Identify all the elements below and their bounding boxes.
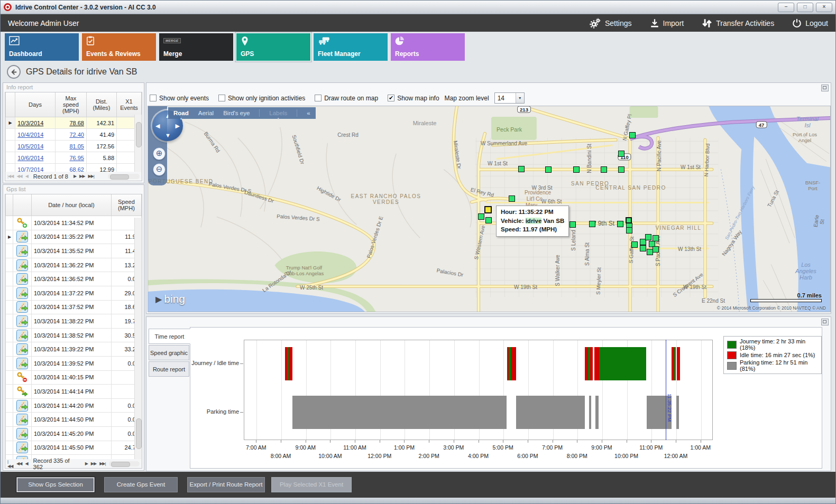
gps-column-header[interactable]: Speed(MPH)	[111, 194, 141, 216]
info-report-row[interactable]: 10/5/201481.05172.56	[6, 141, 142, 152]
info-report-row[interactable]: ▶10/3/201478.68142.31	[6, 117, 142, 129]
gps-marker[interactable]	[653, 246, 659, 253]
gps-marker[interactable]	[645, 234, 651, 240]
gps-marker[interactable]	[509, 195, 515, 202]
gps-list-row[interactable]: 10/3/2014 11:37:22 PM29.05	[6, 286, 142, 300]
show-gps-selection-button[interactable]: Show Gps Selection	[16, 477, 95, 492]
gps-list-row[interactable]: 10/3/2014 11:36:22 PM13.28	[6, 258, 142, 272]
gps-marker[interactable]	[601, 166, 607, 173]
gps-list-row[interactable]: 10/3/2014 11:35:52 PM11.47	[6, 244, 142, 258]
day-link[interactable]: 10/3/2014	[17, 120, 43, 126]
time-cursor-line[interactable]	[666, 340, 666, 440]
pager-prev-page-button[interactable]: ◀◀	[16, 461, 22, 466]
gps-marker[interactable]	[640, 245, 646, 251]
checkbox-show-only-events[interactable]: Show only events	[150, 95, 209, 102]
max-speed-link[interactable]: 78.68	[69, 120, 84, 126]
checkbox-show-map-info[interactable]: ✔Show map info	[388, 95, 439, 102]
gps-marker[interactable]	[485, 217, 492, 223]
map-mode-labels[interactable]: Labels▲	[269, 110, 287, 116]
gps-list-row[interactable]: 10/3/2014 11:38:52 PM30.55	[6, 328, 142, 342]
back-button[interactable]	[7, 65, 21, 79]
pager-next-page-button[interactable]: ▶▶	[91, 461, 96, 466]
day-link[interactable]: 10/5/2014	[17, 143, 43, 150]
max-speed-link[interactable]: 76.95	[69, 155, 84, 161]
pager-next-button[interactable]: ▶	[85, 461, 88, 466]
map-zoom-select[interactable]: 14 ▼	[494, 92, 525, 104]
map-mode-aerial[interactable]: Aerial	[198, 110, 214, 116]
pager-last-button[interactable]: ▶▶|	[88, 174, 94, 179]
pager-first-button[interactable]: |◀◀	[7, 459, 13, 469]
checkbox-show-only-ignition-activities[interactable]: Show only ignition activities	[218, 95, 305, 102]
map-bar-collapse-button[interactable]: «	[307, 110, 310, 116]
nav-tile-events-reviews[interactable]: Events & Reviews	[82, 33, 156, 61]
gps-marker[interactable]	[545, 166, 552, 173]
pager-horizontal-scrollbar[interactable]	[109, 461, 140, 466]
pager-prev-page-button[interactable]: ◀◀	[16, 174, 22, 179]
gps-list-row[interactable]: 10/3/2014 11:40:15 PM	[6, 370, 142, 385]
import-button[interactable]: Import	[650, 18, 684, 28]
info-report-row[interactable]: 10/6/201476.955.88	[6, 152, 142, 164]
map-mode-birdseye[interactable]: Bird's eye	[223, 110, 250, 116]
gps-list-row[interactable]: 10/3/2014 11:39:22 PM33.21	[6, 342, 142, 357]
nav-tile-gps[interactable]: GPS	[236, 33, 310, 61]
info-column-header[interactable]: X1 Events	[117, 92, 142, 117]
pager-next-button[interactable]: ▶	[74, 174, 76, 179]
tab-route-report[interactable]: Route report	[149, 361, 189, 377]
info-column-header[interactable]: Max speed(MPH)	[55, 92, 86, 117]
close-button[interactable]: ×	[816, 3, 832, 12]
tab-speed-graphic[interactable]: Speed graphic	[149, 345, 189, 360]
tab-time-report[interactable]: Time report	[149, 329, 190, 344]
nav-tile-reports[interactable]: Reports	[391, 33, 465, 61]
info-grid-scrollbar[interactable]	[134, 115, 142, 172]
gps-list-row[interactable]: 10/3/2014 11:39:52 PM0.00	[6, 356, 142, 370]
gps-list-row[interactable]: 10/3/2014 11:37:52 PM18.63	[6, 300, 142, 314]
gps-list-row[interactable]: 10/3/2014 11:44:14 PM	[6, 385, 142, 399]
export-print-route-report-button[interactable]: Export / Print Route Report	[187, 477, 265, 492]
info-report-row[interactable]: 10/4/201472.4041.49	[6, 129, 142, 141]
gps-grid-scrollbar[interactable]	[134, 218, 142, 460]
gps-list-row[interactable]: 10/3/2014 11:45:20 PM0.00	[6, 426, 142, 441]
map-zoom-out-button[interactable]: ⊖	[153, 163, 166, 176]
max-speed-link[interactable]: 72.40	[69, 132, 84, 138]
gps-marker[interactable]	[629, 132, 636, 138]
info-column-header[interactable]: Dist.(Miles)	[86, 92, 116, 117]
selected-gps-marker[interactable]	[484, 206, 492, 213]
chart-panel-collapse-button[interactable]	[821, 319, 829, 325]
gps-list-row[interactable]: ▶10/3/2014 11:35:22 PM11.97	[6, 230, 142, 244]
gps-marker[interactable]	[518, 166, 525, 172]
gps-marker[interactable]	[573, 166, 580, 173]
gps-marker[interactable]	[617, 221, 623, 227]
gps-marker[interactable]	[478, 213, 484, 220]
nav-tile-merge[interactable]: MERGEMerge	[159, 33, 233, 61]
logout-button[interactable]: Logout	[792, 18, 828, 28]
map-zoom-in-button[interactable]: ⊕	[153, 147, 166, 160]
transfer-activities-button[interactable]: Transfer Activities	[702, 18, 774, 28]
create-gps-event-button[interactable]: Create Gps Event	[104, 477, 178, 492]
gps-marker[interactable]	[589, 221, 595, 227]
map-panel-collapse-button[interactable]	[821, 85, 829, 91]
pager-first-button[interactable]: |◀◀	[7, 174, 13, 179]
pager-horizontal-scrollbar[interactable]	[108, 174, 140, 179]
gps-list-row[interactable]: 10/3/2014 11:34:52 PM	[6, 216, 142, 230]
minimize-button[interactable]: –	[778, 3, 794, 12]
bing-map[interactable]: ▲▼ ◀▶ ⊕ ⊖ Road▲AerialBird's eyeLabels▲« …	[148, 106, 831, 312]
nav-tile-dashboard[interactable]: Dashboard	[5, 33, 79, 61]
gps-marker[interactable]	[631, 241, 638, 248]
settings-button[interactable]: Settings	[590, 18, 632, 29]
pager-last-button[interactable]: ▶▶|	[99, 461, 105, 466]
gps-marker[interactable]	[618, 151, 624, 157]
nav-tile-fleet-manager[interactable]: Fleet Manager	[314, 33, 388, 61]
map-mode-road[interactable]: Road▲	[173, 110, 189, 116]
gps-column-header[interactable]: Date / hour (local)	[31, 194, 111, 216]
gps-list-row[interactable]: 10/3/2014 11:44:20 PM0.00	[6, 398, 142, 413]
gps-marker[interactable]	[626, 227, 632, 234]
pager-prev-button[interactable]: ◀	[25, 174, 28, 179]
gps-marker[interactable]	[569, 221, 576, 228]
day-link[interactable]: 10/6/2014	[17, 155, 43, 161]
pager-next-page-button[interactable]: ▶▶	[79, 174, 85, 179]
gps-list-row[interactable]: 10/3/2014 11:44:50 PM0.00	[6, 413, 142, 427]
gps-list-row[interactable]: 10/3/2014 11:45:50 PM24.75	[6, 441, 142, 455]
checkbox-draw-route-on-map[interactable]: Draw route on map	[315, 95, 378, 102]
maximize-button[interactable]: □	[797, 3, 813, 12]
gps-list-row[interactable]: 10/3/2014 11:36:52 PM0.00	[6, 272, 142, 286]
